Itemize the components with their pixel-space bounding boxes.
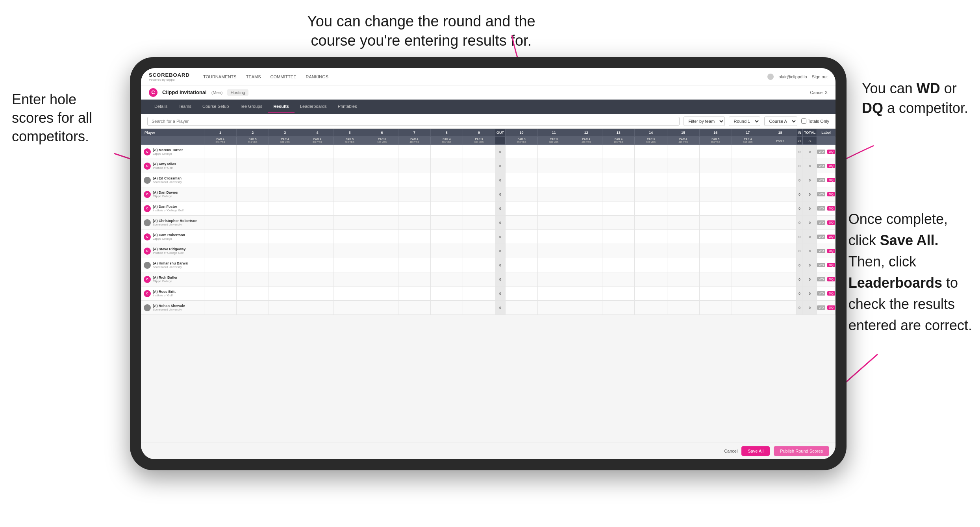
- score-h5[interactable]: [333, 187, 366, 202]
- score-input-h18[interactable]: [764, 258, 796, 272]
- score-input-h10[interactable]: [506, 216, 537, 229]
- score-h7[interactable]: [398, 287, 430, 301]
- score-input-h1[interactable]: [204, 301, 236, 314]
- score-input-h16[interactable]: [700, 173, 732, 187]
- score-h18[interactable]: [764, 145, 796, 159]
- score-h9[interactable]: [463, 187, 495, 202]
- score-h11[interactable]: [538, 145, 570, 159]
- score-input-h17[interactable]: [732, 173, 764, 187]
- score-input-h6[interactable]: [366, 145, 398, 159]
- dq-button[interactable]: DQ: [827, 164, 835, 168]
- score-input-h18[interactable]: [764, 187, 796, 201]
- score-input-h15[interactable]: [667, 187, 699, 201]
- score-h6[interactable]: [366, 244, 398, 258]
- score-h15[interactable]: [667, 187, 699, 202]
- score-h5[interactable]: [333, 145, 366, 159]
- score-input-h12[interactable]: [570, 187, 602, 201]
- score-input-h9[interactable]: [463, 202, 495, 215]
- score-input-h11[interactable]: [538, 145, 570, 159]
- wd-button[interactable]: WD: [817, 206, 825, 211]
- score-h9[interactable]: [463, 216, 495, 230]
- score-input-h8[interactable]: [431, 287, 463, 300]
- save-all-button[interactable]: Save All: [741, 446, 770, 456]
- score-input-h1[interactable]: [204, 230, 236, 244]
- score-input-h18[interactable]: [764, 287, 796, 300]
- score-input-h8[interactable]: [431, 230, 463, 244]
- score-input-h4[interactable]: [301, 244, 333, 258]
- score-input-h14[interactable]: [635, 244, 667, 258]
- score-h5[interactable]: [333, 301, 366, 315]
- score-h11[interactable]: [538, 287, 570, 301]
- score-h10[interactable]: [505, 187, 537, 202]
- score-h8[interactable]: [430, 145, 463, 159]
- dq-button[interactable]: DQ: [827, 206, 835, 211]
- score-h12[interactable]: [570, 230, 602, 244]
- score-input-h5[interactable]: [333, 159, 365, 173]
- wd-button[interactable]: WD: [817, 249, 825, 253]
- score-input-h3[interactable]: [269, 287, 301, 300]
- score-input-h2[interactable]: [237, 272, 269, 286]
- score-h8[interactable]: [430, 301, 463, 315]
- score-h2[interactable]: [237, 187, 269, 202]
- score-h6[interactable]: [366, 258, 398, 272]
- score-input-h3[interactable]: [269, 145, 301, 159]
- score-input-h2[interactable]: [237, 159, 269, 173]
- score-h3[interactable]: [269, 244, 301, 258]
- score-input-h5[interactable]: [333, 202, 365, 215]
- score-h1[interactable]: [204, 244, 237, 258]
- score-input-h16[interactable]: [700, 272, 732, 286]
- score-input-h7[interactable]: [398, 301, 430, 314]
- score-input-h14[interactable]: [635, 287, 667, 300]
- score-input-h6[interactable]: [366, 173, 398, 187]
- score-input-h4[interactable]: [301, 187, 333, 201]
- score-h4[interactable]: [301, 202, 333, 216]
- score-h2[interactable]: [237, 145, 269, 159]
- score-input-h12[interactable]: [570, 159, 602, 173]
- score-input-h13[interactable]: [602, 301, 634, 314]
- score-h7[interactable]: [398, 258, 430, 272]
- score-input-h17[interactable]: [732, 230, 764, 244]
- score-h12[interactable]: [570, 202, 602, 216]
- score-h11[interactable]: [538, 230, 570, 244]
- score-h8[interactable]: [430, 173, 463, 187]
- score-input-h17[interactable]: [732, 272, 764, 286]
- tab-tee-groups[interactable]: Tee Groups: [234, 101, 268, 113]
- score-h7[interactable]: [398, 272, 430, 287]
- round-select[interactable]: Round 1: [729, 116, 760, 126]
- score-h18[interactable]: [764, 202, 796, 216]
- score-h2[interactable]: [237, 202, 269, 216]
- score-h5[interactable]: [333, 173, 366, 187]
- score-h7[interactable]: [398, 173, 430, 187]
- score-h11[interactable]: [538, 202, 570, 216]
- score-h14[interactable]: [635, 258, 667, 272]
- score-h1[interactable]: [204, 159, 237, 173]
- score-input-h17[interactable]: [732, 258, 764, 272]
- wd-button[interactable]: WD: [817, 305, 825, 310]
- score-input-h12[interactable]: [570, 173, 602, 187]
- score-h8[interactable]: [430, 287, 463, 301]
- nav-rankings[interactable]: RANKINGS: [306, 74, 328, 79]
- score-input-h3[interactable]: [269, 187, 301, 201]
- score-h14[interactable]: [635, 159, 667, 173]
- score-input-h3[interactable]: [269, 202, 301, 215]
- score-input-h1[interactable]: [204, 173, 236, 187]
- score-h11[interactable]: [538, 244, 570, 258]
- score-input-h12[interactable]: [570, 230, 602, 244]
- score-input-h16[interactable]: [700, 258, 732, 272]
- score-h2[interactable]: [237, 159, 269, 173]
- score-h12[interactable]: [570, 145, 602, 159]
- score-h17[interactable]: [732, 145, 764, 159]
- score-input-h3[interactable]: [269, 173, 301, 187]
- score-h16[interactable]: [699, 272, 732, 287]
- score-h7[interactable]: [398, 202, 430, 216]
- score-h4[interactable]: [301, 287, 333, 301]
- score-input-h15[interactable]: [667, 230, 699, 244]
- score-h2[interactable]: [237, 258, 269, 272]
- score-input-h14[interactable]: [635, 173, 667, 187]
- score-h14[interactable]: [635, 202, 667, 216]
- score-h1[interactable]: [204, 230, 237, 244]
- score-input-h18[interactable]: [764, 244, 796, 258]
- score-h16[interactable]: [699, 173, 732, 187]
- score-input-h16[interactable]: [700, 230, 732, 244]
- score-h3[interactable]: [269, 159, 301, 173]
